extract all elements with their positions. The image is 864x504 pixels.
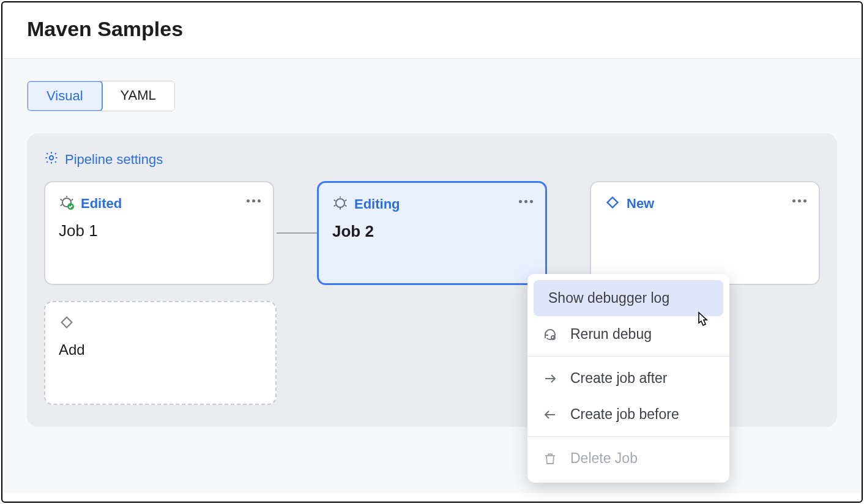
- menu-item-label: Delete Job: [570, 450, 638, 467]
- job-context-menu: Show debugger log Rerun debug: [527, 274, 729, 483]
- svg-line-13: [345, 205, 347, 206]
- menu-item-create-job-before[interactable]: Create job before: [527, 396, 729, 432]
- add-job-card[interactable]: Add: [44, 301, 277, 405]
- svg-line-5: [61, 204, 62, 206]
- trash-icon: [542, 451, 558, 467]
- job-status-row: Editing: [332, 195, 532, 213]
- job-status-row: New: [605, 195, 805, 213]
- diamond-outline-icon: [59, 314, 75, 333]
- content-area: Visual YAML Pipeline settings: [2, 59, 862, 493]
- job-name: Job 2: [332, 222, 532, 241]
- diamond-icon: [605, 195, 620, 213]
- job-card-menu-button[interactable]: [792, 199, 806, 202]
- job-card-menu-button[interactable]: [247, 199, 261, 202]
- cursor-pointer-icon: [693, 310, 711, 333]
- svg-line-11: [345, 200, 347, 201]
- job-card-2[interactable]: Editing Job 2: [317, 181, 547, 285]
- menu-item-label: Create job before: [570, 406, 679, 423]
- rerun-debug-icon: [542, 327, 558, 343]
- bug-check-icon: [59, 195, 75, 213]
- add-job-label: Add: [59, 341, 262, 358]
- job-status-row: Edited: [59, 195, 259, 213]
- page-title: Maven Samples: [27, 17, 837, 41]
- jobs-row: Edited Job 1: [44, 181, 820, 285]
- job-status-label: Editing: [354, 196, 400, 212]
- svg-line-4: [72, 199, 73, 201]
- job-card-1[interactable]: Edited Job 1: [44, 181, 274, 285]
- menu-item-create-job-after[interactable]: Create job after: [527, 360, 729, 396]
- job-status-label: Edited: [81, 196, 122, 212]
- menu-divider: [527, 356, 729, 357]
- svg-line-3: [61, 199, 62, 201]
- tab-yaml[interactable]: YAML: [102, 81, 174, 111]
- job-card-menu-button[interactable]: [519, 200, 533, 203]
- menu-item-label: Rerun debug: [570, 326, 652, 343]
- job-name: Job 1: [59, 221, 259, 240]
- svg-point-0: [50, 156, 53, 160]
- svg-point-8: [336, 199, 344, 207]
- job-connector: [277, 232, 319, 234]
- job-card-3[interactable]: New: [590, 181, 820, 285]
- menu-item-label: Show debugger log: [548, 290, 669, 306]
- pipeline-settings-label: Pipeline settings: [65, 152, 163, 168]
- job-status-label: New: [627, 196, 654, 212]
- gear-icon: [44, 150, 59, 169]
- pipeline-settings-link[interactable]: Pipeline settings: [44, 150, 820, 169]
- menu-divider: [527, 436, 729, 437]
- tab-visual[interactable]: Visual: [27, 81, 103, 111]
- view-mode-switch: Visual YAML: [27, 81, 175, 111]
- page-header: Maven Samples: [2, 2, 862, 59]
- app-frame: Maven Samples Visual YAML Pipeline setti…: [1, 1, 863, 503]
- arrow-right-icon: [542, 371, 558, 387]
- menu-item-label: Create job after: [570, 370, 668, 387]
- svg-rect-15: [608, 198, 618, 208]
- menu-item-delete-job: Delete Job: [527, 440, 729, 476]
- svg-line-12: [334, 205, 336, 206]
- arrow-left-icon: [542, 407, 558, 423]
- svg-rect-16: [62, 317, 72, 328]
- bug-icon: [332, 195, 348, 213]
- svg-line-10: [334, 200, 336, 201]
